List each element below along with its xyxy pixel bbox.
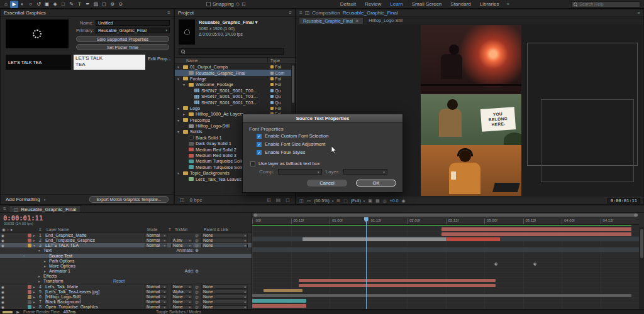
primary-comp-dropdown[interactable]: Reusable_Graphic_Final ▾ [96,28,170,33]
pan-behind-tool-icon[interactable]: ◈ [51,1,59,8]
always-preview-icon[interactable]: ◫ [299,198,304,203]
region-of-interest-icon[interactable]: ▣ [368,198,372,203]
parent-link-dropdown[interactable]: None▾ [201,295,248,299]
parent-link-dropdown[interactable]: None▾ [201,290,248,294]
animator-action-label[interactable]: Animate: [176,248,194,253]
zoom-tool-icon[interactable]: ○ [26,1,35,8]
column-name[interactable]: Name [186,58,198,63]
exposure-value[interactable]: +0.0 [390,198,399,203]
visibility-toggle[interactable]: ◉ [1,238,4,243]
pickwhip-icon[interactable]: @ [195,305,199,309]
label-color-chip[interactable] [28,285,31,289]
preview-quality-chip[interactable] [3,311,13,313]
add-property-button[interactable]: ⊕ [195,269,199,274]
mode-dropdown[interactable]: Normal▾ [145,290,167,294]
project-item-logo[interactable]: ▾LogoFol [175,106,292,111]
mode-dropdown[interactable]: Normal▾ [145,244,167,248]
zoom-dropdown[interactable]: (60.5%) ▾ [314,198,333,203]
orbit-tool-icon[interactable]: ↺ [35,1,43,8]
label-color-chip[interactable] [28,239,31,242]
project-item-01-output-comps[interactable]: ▾01_Output_CompsFol [175,64,292,70]
magnification-icon[interactable]: ▭ [307,198,311,203]
set-poster-time-button[interactable]: Set Poster Time [76,44,169,50]
fallback-text-box-checkbox[interactable]: Use layer as fallback text box [250,161,320,166]
column-trkmat[interactable]: TrkMat [175,227,187,232]
twirl-icon[interactable]: ▾ [177,171,181,175]
close-icon[interactable]: ✕ [355,18,359,24]
snapshot-camera-icon[interactable]: ◉ [401,198,405,203]
brush-tool-icon[interactable]: ✒ [84,1,92,8]
trash-icon[interactable]: ◻ [286,197,290,203]
label-color-chip[interactable] [28,295,31,299]
edit-properties-link[interactable]: Edit Prop... [148,56,171,62]
solo-supported-properties-button[interactable]: Solo Supported Properties [76,36,169,42]
transparency-grid-icon[interactable]: ▦ [375,198,380,203]
mode-dropdown[interactable]: Normal▾ [145,295,167,299]
search-input[interactable] [579,2,636,6]
panel-overflow-icon[interactable]: » [638,10,640,16]
snap-option-icon[interactable]: ◇ [236,1,240,7]
safe-guides-icon[interactable]: ⊞ [336,198,340,203]
twirl-icon[interactable]: ▸ [33,305,35,309]
resolution-dropdown[interactable]: (Full) ▾ [351,198,365,203]
column-mode[interactable]: Mode [147,227,157,232]
project-item-shgn7-s001-s001-t035-mp4[interactable]: SHGN7_S001_S001_T035.mp4Qu [175,99,292,105]
animator-action-label[interactable]: Add: [185,269,194,274]
mode-dropdown[interactable]: Normal▾ [145,300,167,304]
time-navigator-bar[interactable] [253,214,638,217]
timeline-layer-row-let-s-talk-tea-leaves-jpg[interactable]: ◉▸5[Let's_Talk_Tea-Leaves.jpg]Normal▾Alp… [0,290,252,295]
cancel-button[interactable]: Cancel [307,180,347,187]
timeline-scrollbar[interactable] [639,227,644,309]
puppet-tool-icon[interactable]: ⊙ [116,1,125,8]
timeline-layer-row-let-s-talk-tea[interactable]: ◉▾3LET'S TALK TEANormal▾None▾@None▾ [0,243,252,248]
comp-timecode[interactable]: 0:00:01:11 [608,198,640,203]
trkmat-dropdown[interactable]: None▾ [171,295,192,299]
composition-panel-comp-name[interactable]: Reusable_Graphic_Final [343,10,398,16]
column-layer-name[interactable]: Layer Name [47,227,69,232]
pickwhip-icon[interactable]: @ [195,300,199,305]
twirl-icon[interactable]: ▾ [177,106,181,111]
mode-dropdown[interactable]: Normal▾ [145,284,167,289]
roto-brush-tool-icon[interactable]: ⊛ [108,1,116,8]
timeline-layer-row-end-graphics-matte[interactable]: ◉▸1End_Graphics_MatteNormal▾@None▾ [0,233,252,238]
parent-link-dropdown[interactable]: None▾ [201,234,248,238]
type-tool-icon[interactable]: T [75,1,84,8]
layer-duration-bar[interactable] [264,289,303,293]
twirl-icon[interactable]: ▸ [33,290,35,295]
checkbox-enable-font-size-adjustment[interactable]: ✓Enable Font Size Adjustment [257,141,328,147]
dialog-title[interactable]: Source Text Properties [243,114,402,122]
trkmat-dropdown[interactable]: Alpha▾ [171,290,192,294]
toggle-switches-modes-button[interactable]: Toggle Switches / Modes [156,310,201,314]
twirl-icon[interactable]: ▸ [33,300,35,305]
layer-duration-bar[interactable] [299,279,496,283]
layer-duration-bar[interactable] [252,294,631,298]
twirl-icon[interactable]: ▾ [177,77,181,81]
layer-duration-bar[interactable] [441,227,631,231]
mode-dropdown[interactable]: Normal▾ [145,234,167,238]
text-property-preview[interactable]: LET'S TALK TEA [6,55,71,70]
label-color-chip[interactable] [28,290,31,294]
twirl-icon[interactable]: ▸ [44,264,46,269]
checkbox-enable-faux-styles[interactable]: ✓Enable Faux Styles [257,149,328,155]
trkmat-dropdown[interactable]: None▾ [171,284,192,289]
trkmat-dropdown[interactable]: None▾ [171,300,192,304]
timeline-group-row-path-options[interactable]: ▸Path Options [0,259,252,264]
bit-depth-button[interactable]: 8 bpc [190,197,203,203]
parent-link-dropdown[interactable]: None▾ [201,239,248,243]
timeline-prop-row-source-text[interactable]: ◔Source Text [0,254,252,259]
timeline-layer-row-let-s-talk-matte[interactable]: ◉▸4Let's_Talk_MatteNormal▾None▾@None▾ [0,284,252,290]
home-tool-icon[interactable]: ⌂ [2,1,10,8]
viewer-tab-hilltop-logo-still[interactable]: Hilltop_Logo-Still [365,17,406,24]
trkmat-dropdown[interactable]: A.Inv▾ [171,239,192,243]
pickwhip-icon[interactable]: @ [195,284,199,290]
timeline-group-row-more-options[interactable]: ▸More Options [0,264,252,269]
visibility-toggle[interactable]: ◉ [1,284,4,290]
visibility-toggle[interactable]: ◉ [1,243,4,248]
twirl-icon[interactable]: ▸ [183,112,187,116]
pickwhip-icon[interactable]: @ [195,233,199,238]
twirl-icon[interactable]: ▾ [177,65,181,69]
timeline-layer-row-black-background[interactable]: ◉▸7Black BackgroundNormal▾None▾@None▾ [0,300,252,305]
visibility-toggle[interactable]: ◉ [1,305,4,309]
layer-duration-bar[interactable] [441,232,631,236]
column-divider[interactable] [267,58,268,63]
